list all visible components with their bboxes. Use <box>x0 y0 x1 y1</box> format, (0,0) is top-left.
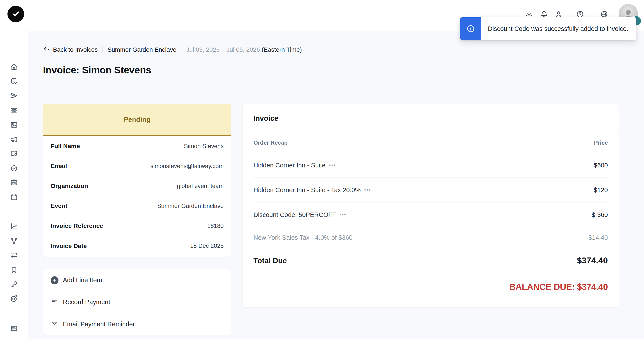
invoice-table-header: Order Recap Price <box>242 133 619 153</box>
key-icon[interactable] <box>9 280 19 289</box>
column-order-recap: Order Recap <box>254 139 288 146</box>
license-icon[interactable] <box>9 149 19 158</box>
balance-due-text: BALANCE DUE: $374.40 <box>509 282 608 292</box>
app-logo[interactable] <box>8 6 24 22</box>
back-to-invoices-link[interactable]: Back to Invoices <box>43 46 98 54</box>
back-arrow-icon <box>43 46 50 54</box>
invoice-summary-card: Invoice Order Recap Price Hidden Corner … <box>242 104 619 307</box>
field-value: Simon Stevens <box>184 143 224 150</box>
send-icon[interactable] <box>9 91 19 101</box>
column-price: Price <box>594 139 608 146</box>
detail-row-email: Email simonstevens@fairway.com <box>50 156 224 176</box>
line-item-label: Discount Code: 50PERCOFF <box>254 211 336 218</box>
breadcrumb-timezone: (Eastern Time) <box>262 46 302 53</box>
image-icon[interactable] <box>9 120 19 130</box>
record-payment-button[interactable]: Record Payment <box>43 291 231 313</box>
breadcrumb-event-name: Summer Garden Enclave <box>108 46 176 53</box>
field-value: Summer Garden Enclave <box>157 203 224 209</box>
field-label: Invoice Date <box>50 243 87 250</box>
line-item-row: Hidden Corner Inn - Suite ••• $600 <box>254 153 608 178</box>
balance-due-row: BALANCE DUE: $374.40 <box>242 273 619 307</box>
line-item-menu-icon[interactable]: ••• <box>329 162 336 168</box>
megaphone-icon[interactable] <box>9 135 19 144</box>
total-due-label: Total Due <box>254 256 287 265</box>
envelope-icon <box>50 320 58 328</box>
field-label: Email <box>50 163 67 170</box>
line-item-price: $14.40 <box>588 234 608 241</box>
field-label: Event <box>50 202 67 209</box>
sidebar-nav <box>0 31 28 339</box>
form-check-icon[interactable] <box>9 77 19 86</box>
add-line-item-button[interactable]: Add Line Item <box>43 269 231 291</box>
back-label: Back to Invoices <box>53 46 98 53</box>
info-icon <box>466 24 475 33</box>
detail-row-full-name: Full Name Simon Stevens <box>50 136 224 156</box>
fork-icon[interactable] <box>9 236 19 246</box>
target-goal-icon[interactable] <box>9 294 19 303</box>
field-label: Full Name <box>50 143 80 150</box>
credit-card-icon <box>50 298 58 306</box>
field-value: global event team <box>177 183 224 190</box>
action-label: Record Payment <box>63 298 110 306</box>
detail-row-invoice-date: Invoice Date 18 Dec 2025 <box>50 236 224 256</box>
toast-accent-bar <box>460 17 481 40</box>
field-label: Invoice Reference <box>50 222 103 229</box>
bookmark-icon[interactable] <box>9 265 19 275</box>
line-item-price: $600 <box>594 162 608 169</box>
plus-icon <box>50 276 58 284</box>
seal-check-icon[interactable] <box>9 163 19 173</box>
line-item-menu-icon[interactable]: ••• <box>364 187 371 193</box>
toast-notification: Discount Code was successfully added to … <box>460 17 636 40</box>
invoice-details-card: Pending Full Name Simon Stevens Email si… <box>43 104 231 257</box>
line-item-price: $-360 <box>592 211 608 218</box>
line-item-label: Hidden Corner Inn - Suite <box>254 162 326 169</box>
breadcrumb-date-range: Jul 03, 2026 – Jul 05, 2026 <box>186 46 260 53</box>
analytics-chart-icon[interactable] <box>9 222 19 231</box>
field-value: 18 Dec 2025 <box>190 243 224 249</box>
action-label: Add Line Item <box>63 276 102 284</box>
swap-icon[interactable] <box>9 250 19 260</box>
line-item-row-sales-tax: New York Sales Tax - 4.0% of $360 $14.40 <box>254 227 608 248</box>
line-item-label: New York Sales Tax - 4.0% of $360 <box>254 234 352 241</box>
field-label: Organization <box>50 183 88 190</box>
invoice-card-title: Invoice <box>242 104 619 133</box>
invoice-actions-card: Add Line Item Record Payment Email Payme… <box>43 269 231 335</box>
line-item-label: Hidden Corner Inn - Suite - Tax 20.0% <box>254 186 361 194</box>
line-item-price: $120 <box>594 186 608 194</box>
home-icon[interactable] <box>9 62 19 72</box>
email-payment-reminder-button[interactable]: Email Payment Reminder <box>43 313 231 335</box>
breadcrumb-separator <box>102 46 103 53</box>
check-logo-icon <box>11 9 21 19</box>
action-label: Email Payment Reminder <box>63 320 135 328</box>
field-value: simonstevens@fairway.com <box>150 163 224 170</box>
id-badge-icon[interactable] <box>9 178 19 187</box>
title-divider <box>43 87 619 87</box>
breadcrumb: Back to Invoices Summer Garden Enclave J… <box>43 45 302 55</box>
card-rows-icon[interactable] <box>9 105 19 115</box>
feedback-note-icon[interactable] <box>9 323 19 333</box>
toast-message: Discount Code was successfully added to … <box>481 17 636 40</box>
calendar-icon[interactable] <box>9 192 19 202</box>
detail-row-organization: Organization global event team <box>50 176 224 196</box>
detail-row-invoice-reference: Invoice Reference 18180 <box>50 216 224 236</box>
status-badge: Pending <box>43 104 231 136</box>
detail-row-event: Event Summer Garden Enclave <box>50 196 224 216</box>
field-value: 18180 <box>207 223 224 229</box>
line-item-row: Discount Code: 50PERCOFF ••• $-360 <box>254 202 608 227</box>
line-item-row: Hidden Corner Inn - Suite - Tax 20.0% ••… <box>254 178 608 202</box>
total-due-row: Total Due $374.40 <box>242 248 619 273</box>
page-title: Invoice: Simon Stevens <box>43 65 151 76</box>
total-due-value: $374.40 <box>577 256 608 265</box>
line-item-menu-icon[interactable]: ••• <box>340 212 346 218</box>
